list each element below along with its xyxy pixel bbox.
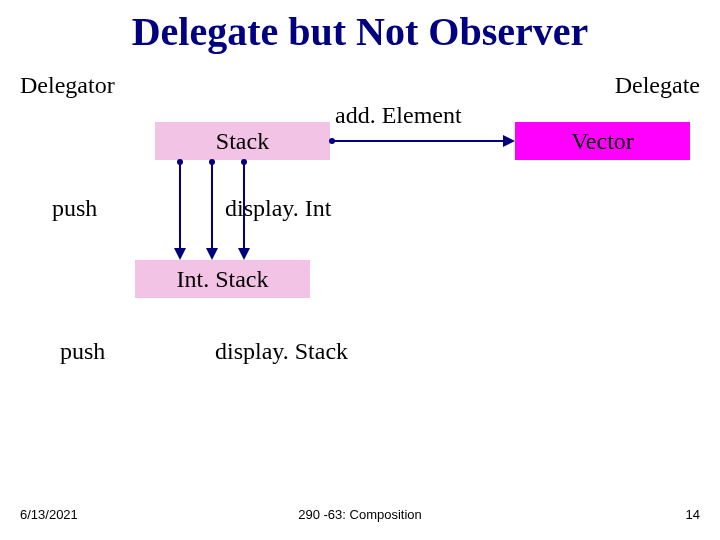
footer-page-number: 14 xyxy=(686,507,700,522)
stack-box-label: Stack xyxy=(216,128,269,155)
arrow-push-to-intstack xyxy=(176,160,184,260)
push-label-1: push xyxy=(52,195,97,222)
arrow-stack-to-vector xyxy=(330,139,515,143)
arrow-displayint-to-intstack xyxy=(240,160,248,260)
svg-marker-2 xyxy=(503,135,515,147)
int-stack-box: Int. Stack xyxy=(135,260,310,298)
add-element-label: add. Element xyxy=(335,102,462,129)
stack-box: Stack xyxy=(155,122,330,160)
vector-box: Vector xyxy=(515,122,690,160)
arrow-mid-to-intstack xyxy=(208,160,216,260)
int-stack-box-label: Int. Stack xyxy=(177,266,269,293)
svg-marker-11 xyxy=(238,248,250,260)
delegator-label: Delegator xyxy=(20,72,115,99)
vector-box-label: Vector xyxy=(571,128,634,155)
push-label-2: push xyxy=(60,338,105,365)
delegate-label: Delegate xyxy=(615,72,700,99)
svg-marker-8 xyxy=(206,248,218,260)
footer-center: 290 -63: Composition xyxy=(0,507,720,522)
svg-marker-5 xyxy=(174,248,186,260)
display-stack-label: display. Stack xyxy=(215,338,348,365)
slide-title: Delegate but Not Observer xyxy=(0,8,720,55)
